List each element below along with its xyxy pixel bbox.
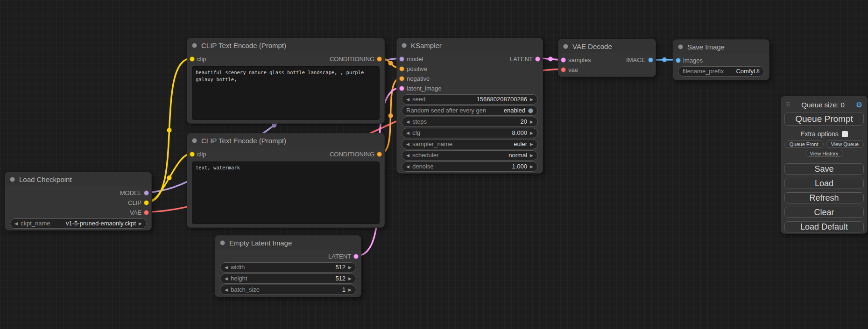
- load-default-button[interactable]: Load Default: [784, 221, 864, 232]
- increment-arrow-icon[interactable]: ▶: [530, 151, 533, 160]
- height-widget[interactable]: ◀ height 512 ▶: [220, 273, 356, 284]
- increment-arrow-icon[interactable]: ▶: [348, 285, 352, 294]
- decrement-arrow-icon[interactable]: ◀: [406, 151, 409, 160]
- increment-arrow-icon[interactable]: ▶: [348, 274, 352, 283]
- decrement-arrow-icon[interactable]: ◀: [225, 285, 228, 294]
- increment-arrow-icon[interactable]: ▶: [530, 117, 533, 126]
- decrement-arrow-icon[interactable]: ◀: [406, 117, 409, 126]
- node-save-image[interactable]: Save Image images filename_prefix ComfyU…: [673, 39, 769, 80]
- cfg-widget[interactable]: ◀ cfg 8.000 ▶: [402, 128, 538, 138]
- positive-prompt-textarea[interactable]: beautiful scenery nature glass bottle la…: [192, 66, 380, 120]
- drag-handle-icon[interactable]: ⠿: [786, 101, 790, 108]
- samples-input-label: samples: [568, 55, 591, 65]
- seed-widget[interactable]: ◀ seed 156680208700286 ▶: [402, 94, 538, 105]
- width-widget[interactable]: ◀ width 512 ▶: [220, 262, 356, 273]
- node-title-bar[interactable]: KSampler: [397, 38, 543, 52]
- model-output-slot[interactable]: [144, 190, 149, 196]
- conditioning-output-slot[interactable]: [377, 56, 382, 62]
- node-load-checkpoint[interactable]: Load Checkpoint MODEL CLIP VAE ◀ ckpt_na…: [5, 172, 152, 231]
- node-title-bar[interactable]: Load Checkpoint: [5, 172, 151, 186]
- increment-arrow-icon[interactable]: ▶: [530, 162, 533, 171]
- node-empty-latent-image[interactable]: Empty Latent Image LATENT ◀ width 512 ▶ …: [215, 235, 361, 297]
- collapse-dot-icon[interactable]: [678, 44, 683, 49]
- sampler-name-widget[interactable]: ◀ sampler_name euler ▶: [402, 139, 538, 149]
- node-vae-decode[interactable]: VAE Decode samples IMAGE vae: [558, 39, 656, 77]
- decrement-arrow-icon[interactable]: ◀: [14, 219, 18, 228]
- image-output-slot[interactable]: [648, 57, 653, 63]
- load-button[interactable]: Load: [784, 178, 864, 189]
- node-title-bar[interactable]: Save Image: [673, 40, 769, 54]
- slot-row: LATENT: [215, 252, 361, 261]
- filename-prefix-widget[interactable]: filename_prefix ComfyUI: [678, 66, 764, 77]
- increment-arrow-icon[interactable]: ▶: [139, 219, 142, 228]
- node-ksampler[interactable]: KSampler model LATENT positive negative …: [396, 38, 543, 174]
- node-title-bar[interactable]: CLIP Text Encode (Prompt): [187, 133, 384, 147]
- conditioning-output-slot[interactable]: [377, 152, 382, 157]
- clip-input-slot[interactable]: [190, 152, 195, 157]
- widget-label: cfg: [412, 128, 509, 138]
- collapse-dot-icon[interactable]: [10, 177, 15, 182]
- link-dot-negative-conditioning: [388, 113, 393, 118]
- queue-prompt-button[interactable]: Queue Prompt: [784, 112, 864, 126]
- view-queue-button[interactable]: View Queue: [826, 140, 864, 148]
- increment-arrow-icon[interactable]: ▶: [530, 95, 533, 104]
- clip-output-label: CLIP: [128, 198, 141, 208]
- refresh-button[interactable]: Refresh: [784, 192, 864, 203]
- vae-input-slot[interactable]: [561, 67, 566, 72]
- vae-input-label: vae: [568, 65, 578, 75]
- collapse-dot-icon[interactable]: [563, 44, 568, 49]
- samples-input-slot[interactable]: [561, 57, 566, 63]
- clear-button[interactable]: Clear: [784, 207, 864, 218]
- extra-options-checkbox[interactable]: [842, 131, 848, 137]
- batch-size-widget[interactable]: ◀ batch_size 1 ▶: [220, 285, 356, 295]
- queue-front-button[interactable]: Queue Front: [784, 140, 824, 148]
- collapse-dot-icon[interactable]: [192, 43, 197, 48]
- node-clip-text-encode-positive[interactable]: CLIP Text Encode (Prompt) clip CONDITION…: [187, 38, 385, 124]
- collapse-dot-icon[interactable]: [402, 43, 407, 48]
- collapse-dot-icon[interactable]: [220, 240, 225, 245]
- negative-input-slot[interactable]: [399, 76, 404, 81]
- node-title-bar[interactable]: Empty Latent Image: [215, 236, 361, 250]
- decrement-arrow-icon[interactable]: ◀: [406, 128, 409, 138]
- images-input-slot[interactable]: [676, 58, 681, 63]
- node-title: CLIP Text Encode (Prompt): [201, 42, 286, 49]
- ckpt-name-widget[interactable]: ◀ ckpt_name v1-5-pruned-emaonly.ckpt ▶: [10, 218, 147, 229]
- negative-prompt-textarea[interactable]: text, watermark: [192, 161, 380, 224]
- save-button[interactable]: Save: [784, 163, 864, 175]
- collapse-dot-icon[interactable]: [192, 138, 197, 143]
- scheduler-widget[interactable]: ◀ scheduler normal ▶: [402, 150, 538, 161]
- latent-image-input-slot[interactable]: [399, 86, 404, 91]
- node-title-bar[interactable]: VAE Decode: [558, 39, 656, 53]
- increment-arrow-icon[interactable]: ▶: [530, 140, 533, 149]
- steps-widget[interactable]: ◀ steps 20 ▶: [402, 117, 538, 127]
- denoise-widget[interactable]: ◀ denoise 1.000 ▶: [402, 161, 538, 172]
- slot-row: model LATENT: [397, 54, 543, 64]
- positive-input-slot[interactable]: [399, 66, 404, 71]
- decrement-arrow-icon[interactable]: ◀: [225, 263, 228, 272]
- link-dot-clip-to-negative: [167, 175, 172, 180]
- slot-row: CLIP: [5, 198, 151, 208]
- node-title-bar[interactable]: CLIP Text Encode (Prompt): [187, 38, 384, 52]
- decrement-arrow-icon[interactable]: ◀: [406, 140, 409, 149]
- latent-output-slot[interactable]: [353, 254, 359, 259]
- model-input-slot[interactable]: [399, 56, 404, 62]
- node-clip-text-encode-negative[interactable]: CLIP Text Encode (Prompt) clip CONDITION…: [187, 133, 385, 228]
- random-seed-toggle[interactable]: Random seed after every gen enabled: [402, 105, 538, 116]
- toggle-knob-icon[interactable]: [528, 108, 533, 113]
- widget-label: Random seed after every gen: [406, 106, 501, 115]
- vae-output-slot[interactable]: [144, 210, 149, 215]
- slot-row: latent_image: [397, 84, 543, 93]
- widget-label: height: [231, 274, 332, 283]
- widget-label: width: [231, 263, 332, 272]
- view-history-button[interactable]: View History: [805, 150, 844, 157]
- decrement-arrow-icon[interactable]: ◀: [406, 162, 409, 171]
- clip-output-slot[interactable]: [144, 200, 149, 205]
- clip-input-slot[interactable]: [190, 56, 195, 62]
- increment-arrow-icon[interactable]: ▶: [348, 263, 352, 272]
- settings-gear-icon[interactable]: ⚙: [856, 100, 862, 109]
- increment-arrow-icon[interactable]: ▶: [530, 128, 533, 138]
- queue-buttons-row: Queue Front View Queue: [781, 140, 867, 148]
- latent-output-slot[interactable]: [535, 56, 540, 62]
- decrement-arrow-icon[interactable]: ◀: [225, 274, 228, 283]
- decrement-arrow-icon[interactable]: ◀: [406, 95, 409, 104]
